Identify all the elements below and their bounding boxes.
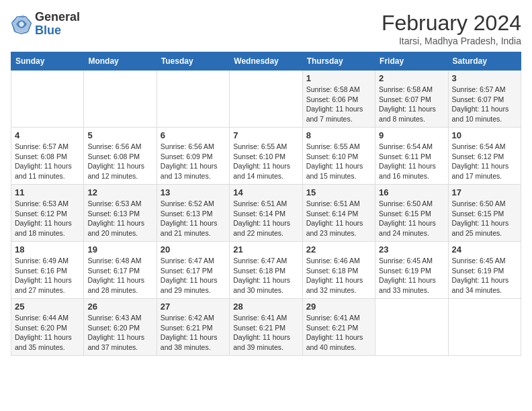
- calendar-cell: [11, 71, 84, 128]
- calendar-header-row: SundayMondayTuesdayWednesdayThursdayFrid…: [11, 52, 521, 71]
- calendar-week-row: 4Sunrise: 6:57 AMSunset: 6:08 PMDaylight…: [11, 128, 521, 185]
- day-info: Sunrise: 6:50 AMSunset: 6:15 PMDaylight:…: [379, 199, 444, 238]
- day-number: 15: [306, 187, 371, 197]
- day-info: Sunrise: 6:45 AMSunset: 6:19 PMDaylight:…: [452, 256, 517, 295]
- day-number: 21: [233, 244, 298, 255]
- day-number: 8: [306, 130, 371, 140]
- calendar-cell: 12Sunrise: 6:53 AMSunset: 6:13 PMDayligh…: [84, 185, 157, 242]
- calendar-cell: 3Sunrise: 6:57 AMSunset: 6:07 PMDaylight…: [448, 71, 521, 128]
- logo: General Blue: [11, 11, 80, 38]
- logo-icon: [11, 13, 32, 35]
- day-number: 3: [452, 73, 517, 83]
- calendar-cell: 24Sunrise: 6:45 AMSunset: 6:19 PMDayligh…: [448, 242, 521, 299]
- day-info: Sunrise: 6:53 AMSunset: 6:12 PMDaylight:…: [15, 199, 80, 238]
- day-header-sunday: Sunday: [11, 52, 84, 71]
- calendar-week-row: 25Sunrise: 6:44 AMSunset: 6:20 PMDayligh…: [11, 299, 521, 356]
- calendar-cell: 23Sunrise: 6:45 AMSunset: 6:19 PMDayligh…: [375, 242, 448, 299]
- calendar-cell: [157, 71, 229, 128]
- calendar-cell: 27Sunrise: 6:42 AMSunset: 6:21 PMDayligh…: [157, 299, 229, 356]
- location-text: Itarsi, Madhya Pradesh, India: [382, 36, 521, 46]
- day-info: Sunrise: 6:56 AMSunset: 6:08 PMDaylight:…: [87, 142, 152, 181]
- logo-blue-text: Blue: [35, 24, 61, 37]
- day-number: 6: [161, 130, 226, 140]
- calendar-cell: 19Sunrise: 6:48 AMSunset: 6:17 PMDayligh…: [84, 242, 157, 299]
- calendar-cell: 9Sunrise: 6:54 AMSunset: 6:11 PMDaylight…: [375, 128, 448, 185]
- day-number: 4: [15, 130, 80, 140]
- day-header-wednesday: Wednesday: [230, 52, 302, 71]
- page-header: General Blue February 2024 Itarsi, Madhy…: [11, 11, 521, 46]
- day-info: Sunrise: 6:43 AMSunset: 6:20 PMDaylight:…: [87, 313, 152, 353]
- day-header-thursday: Thursday: [302, 52, 375, 71]
- calendar-cell: 11Sunrise: 6:53 AMSunset: 6:12 PMDayligh…: [11, 185, 84, 242]
- day-info: Sunrise: 6:51 AMSunset: 6:14 PMDaylight:…: [306, 199, 371, 238]
- day-number: 25: [15, 302, 80, 312]
- day-info: Sunrise: 6:58 AMSunset: 6:07 PMDaylight:…: [379, 85, 444, 124]
- calendar-week-row: 1Sunrise: 6:58 AMSunset: 6:06 PMDaylight…: [11, 71, 521, 128]
- calendar-cell: 21Sunrise: 6:47 AMSunset: 6:18 PMDayligh…: [230, 242, 302, 299]
- day-number: 27: [161, 302, 226, 312]
- day-info: Sunrise: 6:48 AMSunset: 6:17 PMDaylight:…: [87, 256, 152, 295]
- calendar-cell: [448, 299, 521, 356]
- day-header-monday: Monday: [84, 52, 157, 71]
- day-number: 14: [233, 187, 298, 197]
- day-info: Sunrise: 6:58 AMSunset: 6:06 PMDaylight:…: [306, 85, 371, 124]
- day-info: Sunrise: 6:41 AMSunset: 6:21 PMDaylight:…: [306, 313, 371, 353]
- day-number: 17: [452, 187, 517, 197]
- calendar-cell: 7Sunrise: 6:55 AMSunset: 6:10 PMDaylight…: [230, 128, 302, 185]
- logo-text: General Blue: [35, 11, 80, 38]
- calendar-cell: 4Sunrise: 6:57 AMSunset: 6:08 PMDaylight…: [11, 128, 84, 185]
- day-number: 16: [379, 187, 444, 197]
- day-header-friday: Friday: [375, 52, 448, 71]
- calendar-week-row: 18Sunrise: 6:49 AMSunset: 6:16 PMDayligh…: [11, 242, 521, 299]
- calendar-cell: 26Sunrise: 6:43 AMSunset: 6:20 PMDayligh…: [84, 299, 157, 356]
- day-number: 19: [87, 244, 152, 255]
- calendar-cell: 16Sunrise: 6:50 AMSunset: 6:15 PMDayligh…: [375, 185, 448, 242]
- calendar-table: SundayMondayTuesdayWednesdayThursdayFrid…: [11, 52, 521, 356]
- calendar-cell: 6Sunrise: 6:56 AMSunset: 6:09 PMDaylight…: [157, 128, 229, 185]
- day-info: Sunrise: 6:50 AMSunset: 6:15 PMDaylight:…: [452, 199, 517, 238]
- calendar-cell: [84, 71, 157, 128]
- day-info: Sunrise: 6:55 AMSunset: 6:10 PMDaylight:…: [233, 142, 298, 181]
- day-number: 11: [15, 187, 80, 197]
- title-area: February 2024 Itarsi, Madhya Pradesh, In…: [382, 11, 521, 46]
- calendar-week-row: 11Sunrise: 6:53 AMSunset: 6:12 PMDayligh…: [11, 185, 521, 242]
- calendar-cell: 2Sunrise: 6:58 AMSunset: 6:07 PMDaylight…: [375, 71, 448, 128]
- day-number: 22: [306, 244, 371, 255]
- day-info: Sunrise: 6:49 AMSunset: 6:16 PMDaylight:…: [15, 256, 80, 295]
- day-info: Sunrise: 6:52 AMSunset: 6:13 PMDaylight:…: [161, 199, 226, 238]
- day-number: 29: [306, 302, 371, 312]
- calendar-cell: [230, 71, 302, 128]
- day-info: Sunrise: 6:45 AMSunset: 6:19 PMDaylight:…: [379, 256, 444, 295]
- calendar-cell: 1Sunrise: 6:58 AMSunset: 6:06 PMDaylight…: [302, 71, 375, 128]
- day-number: 10: [452, 130, 517, 140]
- calendar-cell: 20Sunrise: 6:47 AMSunset: 6:17 PMDayligh…: [157, 242, 229, 299]
- calendar-cell: [375, 299, 448, 356]
- day-number: 1: [306, 73, 371, 83]
- day-number: 28: [233, 302, 298, 312]
- calendar-cell: 10Sunrise: 6:54 AMSunset: 6:12 PMDayligh…: [448, 128, 521, 185]
- calendar-cell: 13Sunrise: 6:52 AMSunset: 6:13 PMDayligh…: [157, 185, 229, 242]
- day-number: 12: [87, 187, 152, 197]
- day-info: Sunrise: 6:42 AMSunset: 6:21 PMDaylight:…: [161, 313, 226, 353]
- day-info: Sunrise: 6:54 AMSunset: 6:12 PMDaylight:…: [452, 142, 517, 181]
- calendar-cell: 22Sunrise: 6:46 AMSunset: 6:18 PMDayligh…: [302, 242, 375, 299]
- day-number: 2: [379, 73, 444, 83]
- calendar-cell: 28Sunrise: 6:41 AMSunset: 6:21 PMDayligh…: [230, 299, 302, 356]
- day-number: 23: [379, 244, 444, 255]
- day-number: 20: [161, 244, 226, 255]
- logo-general-text: General: [35, 10, 80, 24]
- day-number: 13: [161, 187, 226, 197]
- calendar-cell: 15Sunrise: 6:51 AMSunset: 6:14 PMDayligh…: [302, 185, 375, 242]
- month-title: February 2024: [382, 11, 521, 36]
- day-number: 5: [87, 130, 152, 140]
- calendar-cell: 5Sunrise: 6:56 AMSunset: 6:08 PMDaylight…: [84, 128, 157, 185]
- calendar-cell: 8Sunrise: 6:55 AMSunset: 6:10 PMDaylight…: [302, 128, 375, 185]
- day-info: Sunrise: 6:47 AMSunset: 6:17 PMDaylight:…: [161, 256, 226, 295]
- calendar-cell: 18Sunrise: 6:49 AMSunset: 6:16 PMDayligh…: [11, 242, 84, 299]
- day-info: Sunrise: 6:41 AMSunset: 6:21 PMDaylight:…: [233, 313, 298, 353]
- day-number: 9: [379, 130, 444, 140]
- calendar-cell: 29Sunrise: 6:41 AMSunset: 6:21 PMDayligh…: [302, 299, 375, 356]
- calendar-cell: 25Sunrise: 6:44 AMSunset: 6:20 PMDayligh…: [11, 299, 84, 356]
- day-info: Sunrise: 6:57 AMSunset: 6:08 PMDaylight:…: [15, 142, 80, 181]
- day-info: Sunrise: 6:53 AMSunset: 6:13 PMDaylight:…: [87, 199, 152, 238]
